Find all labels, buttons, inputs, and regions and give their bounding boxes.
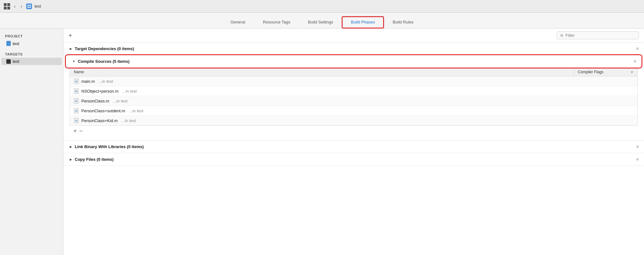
col-name-header: Name <box>70 68 574 76</box>
add-file-button[interactable]: + <box>73 128 77 134</box>
file-path-4: ...in test <box>122 118 136 123</box>
tab-build-phases[interactable]: Build Phases <box>342 16 384 28</box>
table-row: m NSObject+person.m ...in test <box>70 86 637 96</box>
sidebar-target-name: test <box>13 59 19 64</box>
sidebar-project-name: test <box>13 41 19 46</box>
add-phase-button[interactable]: + <box>68 32 72 39</box>
file-name-1: NSObject+person.m <box>81 89 118 94</box>
back-button[interactable]: ‹ <box>13 3 17 10</box>
phase-compile-sources-title: Compile Sources (5 items) <box>78 59 129 64</box>
content-toolbar: + ⊜ <box>63 29 644 43</box>
table-row: m main.m ...in test <box>70 76 637 86</box>
file-name-4: PersonClass+Kid.m <box>81 118 118 123</box>
targets-section-label: TARGETS <box>0 50 63 57</box>
main-content: PROJECT test TARGETS test + ⊜ <box>0 29 644 255</box>
table-header: Name Compiler Flags ▼ <box>70 68 638 76</box>
disclosure-triangle-link-binary: ▶ <box>70 145 72 148</box>
forward-button[interactable]: › <box>19 3 23 10</box>
phase-copy-files-header[interactable]: ▶ Copy Files (0 items) × <box>63 153 644 166</box>
tab-build-rules[interactable]: Build Rules <box>384 16 422 28</box>
table-body: m main.m ...in test m NSObject+person.m … <box>70 76 638 126</box>
compile-sources-table: Name Compiler Flags ▼ m main.m ...in tes… <box>70 68 638 136</box>
file-name-0: main.m <box>81 79 95 84</box>
tab-build-settings[interactable]: Build Settings <box>299 16 342 28</box>
project-icon <box>26 3 32 9</box>
file-path-2: ...in test <box>113 99 128 103</box>
file-icon-2: m <box>74 98 79 104</box>
grid-icon[interactable] <box>4 3 10 10</box>
target-file-icon <box>6 59 11 64</box>
col-flags-header: Compiler Flags ▼ <box>574 68 637 76</box>
col-flags-dropdown-icon[interactable]: ▼ <box>630 70 634 74</box>
file-path-0: ...in test <box>99 79 113 84</box>
table-row: m PersonClass+Kid.m ...in test <box>70 116 637 125</box>
svg-rect-3 <box>29 7 31 8</box>
phase-copy-files: ▶ Copy Files (0 items) × <box>63 153 644 166</box>
svg-rect-2 <box>28 7 29 8</box>
remove-file-button[interactable]: − <box>79 128 83 134</box>
filter-box[interactable]: ⊜ <box>557 31 639 39</box>
main-window: ‹ › test General Resource Tags Build Set… <box>0 0 644 255</box>
project-file-icon <box>6 41 11 46</box>
phase-target-dependencies-title: Target Dependencies (0 items) <box>75 46 134 51</box>
disclosure-triangle-compile-sources: ▼ <box>72 60 75 63</box>
file-icon-1: m <box>74 88 79 94</box>
phase-compile-sources: ▼ Compile Sources (5 items) × Name Compi… <box>63 55 644 141</box>
file-name-2: PersonClass.m <box>81 99 109 103</box>
svg-rect-0 <box>28 5 29 6</box>
disclosure-triangle-copy-files: ▶ <box>70 158 72 161</box>
file-name-3: PersonClass+sutdent.m <box>81 108 125 113</box>
sidebar-item-project[interactable]: test <box>1 40 62 47</box>
file-path-1: ...in test <box>122 89 137 94</box>
filter-icon: ⊜ <box>560 33 564 38</box>
file-icon-0: m <box>74 78 79 84</box>
file-icon-4: m <box>74 118 79 123</box>
svg-rect-1 <box>29 5 31 6</box>
phase-copy-files-close[interactable]: × <box>636 157 639 162</box>
content-area: + ⊜ ▶ Target Dependencies (0 items) × ▼ <box>63 29 644 255</box>
sidebar: PROJECT test TARGETS test <box>0 29 63 255</box>
phase-copy-files-title: Copy Files (0 items) <box>75 157 114 162</box>
filter-input[interactable] <box>565 33 635 38</box>
tabbar: General Resource Tags Build Settings Bui… <box>0 13 644 29</box>
disclosure-triangle-target-deps: ▶ <box>70 47 72 50</box>
phase-link-binary: ▶ Link Binary With Libraries (0 items) × <box>63 141 644 153</box>
phase-compile-sources-close[interactable]: × <box>634 59 636 64</box>
phase-target-dependencies-header[interactable]: ▶ Target Dependencies (0 items) × <box>63 43 644 55</box>
project-section-label: PROJECT <box>0 32 63 39</box>
table-footer: + − <box>70 126 638 136</box>
phase-link-binary-close[interactable]: × <box>636 144 639 150</box>
table-row: m PersonClass+sutdent.m ...in test <box>70 106 637 116</box>
sidebar-item-target[interactable]: test <box>1 58 62 65</box>
window-title: test <box>35 4 41 9</box>
phase-compile-sources-header[interactable]: ▼ Compile Sources (5 items) × <box>66 55 641 68</box>
phase-link-binary-title: Link Binary With Libraries (0 items) <box>75 144 144 149</box>
tab-general[interactable]: General <box>222 16 254 28</box>
phase-link-binary-header[interactable]: ▶ Link Binary With Libraries (0 items) × <box>63 141 644 153</box>
table-row: m PersonClass.m ...in test <box>70 96 637 106</box>
file-icon-3: m <box>74 108 79 114</box>
tab-resource-tags[interactable]: Resource Tags <box>254 16 299 28</box>
titlebar: ‹ › test <box>0 0 644 13</box>
phase-target-dependencies-close[interactable]: × <box>636 46 639 52</box>
file-path-3: ...in test <box>129 108 143 113</box>
phase-target-dependencies: ▶ Target Dependencies (0 items) × <box>63 43 644 55</box>
